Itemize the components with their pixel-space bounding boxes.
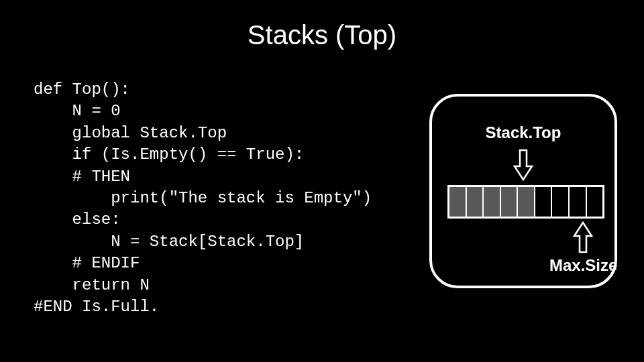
stack-array — [447, 185, 604, 219]
code-block: def Top(): N = 0 global Stack.Top if (Is… — [34, 79, 372, 318]
code-line: return N — [34, 276, 150, 294]
arrow-up-icon — [573, 221, 593, 253]
array-cell — [484, 187, 501, 217]
code-line: #END Is.Full. — [34, 298, 159, 316]
code-line: global Stack.Top — [34, 124, 227, 142]
slide-title: Stacks (Top) — [0, 20, 644, 50]
array-cell — [518, 187, 535, 217]
stack-diagram: Stack.Top Max.Size — [429, 94, 617, 288]
array-cell — [501, 187, 519, 217]
code-line: else: — [34, 210, 121, 229]
code-line: N = 0 — [34, 102, 121, 120]
code-line: print("The stack is Empty") — [34, 189, 372, 207]
code-line: if (Is.Empty() == True): — [34, 145, 304, 164]
array-cell — [535, 187, 553, 217]
stack-top-label: Stack.Top — [432, 123, 614, 142]
array-cell — [449, 187, 467, 217]
max-size-label: Max.Size — [549, 256, 617, 275]
array-cell — [467, 187, 484, 217]
arrow-down-icon — [513, 149, 533, 181]
array-cell — [587, 187, 603, 217]
code-line: N = Stack[Stack.Top] — [34, 233, 304, 251]
code-line: # THEN — [34, 168, 130, 186]
array-cell — [552, 187, 570, 217]
code-line: # ENDIF — [34, 254, 140, 272]
code-line: def Top(): — [34, 80, 130, 99]
array-cell — [570, 187, 587, 217]
